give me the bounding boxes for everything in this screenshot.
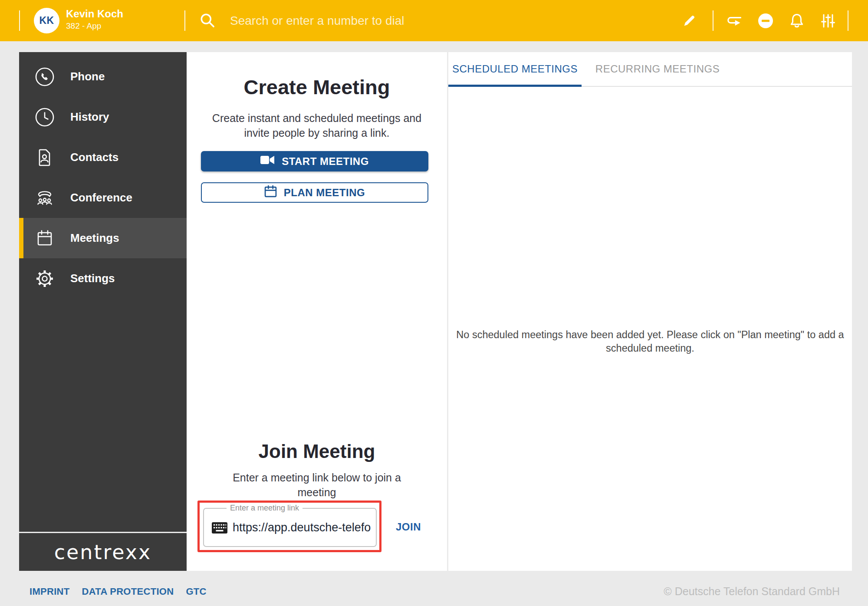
avatar[interactable]: KK bbox=[34, 8, 59, 33]
search-icon[interactable] bbox=[199, 12, 217, 32]
phone-icon bbox=[35, 67, 55, 87]
sidebar-item-conference[interactable]: Conference bbox=[19, 178, 187, 218]
keyboard-icon bbox=[212, 522, 227, 535]
join-button[interactable]: JOIN bbox=[396, 521, 421, 533]
centrexx-logo: centrexx bbox=[54, 540, 152, 564]
create-meeting-subtitle: Create instant and scheduled meetings an… bbox=[206, 111, 427, 140]
sidebar: Phone History bbox=[19, 52, 187, 571]
edit-icon[interactable] bbox=[680, 11, 699, 30]
join-meeting-subtitle: Enter a meeting link below to join a mee… bbox=[217, 470, 417, 500]
empty-state-message: No scheduled meetings have been added ye… bbox=[453, 328, 848, 355]
topbar-divider bbox=[184, 10, 185, 31]
conference-icon bbox=[35, 188, 55, 208]
start-meeting-label: START MEETING bbox=[282, 155, 369, 168]
sidebar-item-label: Contacts bbox=[70, 151, 118, 164]
settings-icon bbox=[35, 269, 55, 289]
contacts-icon bbox=[35, 148, 55, 168]
sidebar-item-history[interactable]: History bbox=[19, 97, 187, 137]
audio-settings-icon[interactable] bbox=[819, 11, 838, 30]
sidebar-item-meetings[interactable]: Meetings bbox=[19, 218, 187, 258]
meetings-icon bbox=[35, 228, 55, 248]
plan-meeting-label: PLAN MEETING bbox=[284, 187, 365, 199]
call-forward-icon[interactable] bbox=[724, 11, 743, 30]
tab-recurring-meetings[interactable]: RECURRING MEETINGS bbox=[582, 52, 733, 86]
history-icon bbox=[35, 107, 55, 127]
meeting-link-input[interactable] bbox=[232, 510, 375, 545]
search-input[interactable] bbox=[229, 7, 604, 35]
sidebar-item-phone[interactable]: Phone bbox=[19, 56, 187, 97]
top-bar: KK Kevin Koch 382 - App bbox=[0, 0, 868, 41]
user-extension: 382 - App bbox=[66, 21, 123, 31]
meeting-link-field[interactable]: Enter a meeting link bbox=[203, 508, 377, 547]
start-meeting-button[interactable]: START MEETING bbox=[201, 151, 428, 171]
meetings-list-panel: SCHEDULED MEETINGS RECURRING MEETINGS No… bbox=[448, 52, 852, 571]
do-not-disturb-icon[interactable] bbox=[756, 11, 775, 30]
footer-links: IMPRINT DATA PROTECTION GTC bbox=[30, 586, 207, 597]
user-info: Kevin Koch 382 - App bbox=[66, 8, 123, 31]
sidebar-item-label: Conference bbox=[70, 191, 132, 204]
sidebar-item-label: Meetings bbox=[70, 231, 119, 245]
logo-box: centrexx bbox=[19, 533, 187, 571]
data-protection-link[interactable]: DATA PROTECTION bbox=[82, 586, 174, 597]
topbar-divider bbox=[713, 10, 713, 31]
meetings-tabs: SCHEDULED MEETINGS RECURRING MEETINGS bbox=[448, 52, 852, 87]
videocam-icon bbox=[260, 155, 275, 168]
centrexx-app-window: KK Kevin Koch 382 - App bbox=[0, 0, 868, 606]
create-meeting-title: Create Meeting bbox=[187, 75, 447, 99]
gtc-link[interactable]: GTC bbox=[186, 586, 206, 597]
sidebar-item-contacts[interactable]: Contacts bbox=[19, 137, 187, 178]
avatar-initials: KK bbox=[39, 15, 54, 26]
imprint-link[interactable]: IMPRINT bbox=[30, 586, 70, 597]
user-name: Kevin Koch bbox=[66, 8, 123, 20]
calendar-icon bbox=[264, 185, 277, 200]
topbar-divider bbox=[19, 10, 20, 31]
copyright-text: © Deutsche Telefon Standard GmbH bbox=[664, 585, 840, 598]
sidebar-item-label: History bbox=[70, 110, 109, 124]
sidebar-item-label: Phone bbox=[70, 70, 105, 83]
plan-meeting-button[interactable]: PLAN MEETING bbox=[201, 182, 428, 203]
sidebar-item-settings[interactable]: Settings bbox=[19, 258, 187, 299]
tab-scheduled-meetings[interactable]: SCHEDULED MEETINGS bbox=[448, 52, 582, 86]
notifications-icon[interactable] bbox=[787, 11, 806, 30]
meeting-actions-panel: Create Meeting Create instant and schedu… bbox=[187, 52, 447, 571]
sidebar-item-label: Settings bbox=[70, 272, 115, 285]
topbar-divider bbox=[848, 10, 848, 31]
join-meeting-title: Join Meeting bbox=[187, 441, 447, 462]
sidebar-nav: Phone History bbox=[19, 52, 187, 532]
annotation-highlight-box: Enter a meeting link bbox=[197, 501, 381, 552]
